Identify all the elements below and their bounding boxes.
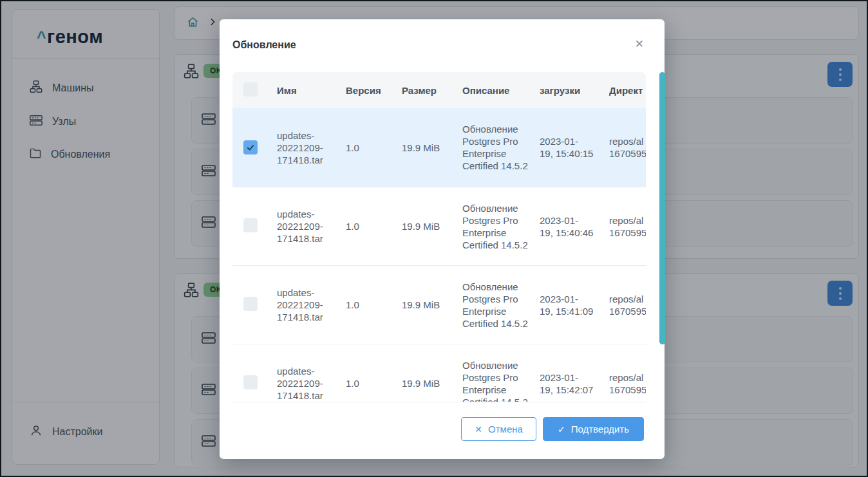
- row-checkbox[interactable]: [243, 140, 258, 154]
- cell-description: Обновление Postgres Pro Enterprise Certi…: [451, 123, 534, 172]
- cell-description: Обновление Postgres Pro Enterprise Certi…: [451, 202, 534, 251]
- cell-size: 19.9 MiB: [393, 299, 451, 311]
- updates-table: Имя Версия Размер Описание загрузки Дире…: [232, 72, 646, 402]
- cell-directory: repos/al 1670595: [602, 293, 646, 317]
- x-icon: ✕: [475, 425, 482, 434]
- cell-uploaded: 2023-01- 19, 15:42:07: [534, 371, 602, 396]
- table-row[interactable]: updates-20221209-171418.tar 1.0 19.9 MiB…: [232, 344, 646, 402]
- column-header-version: Версия: [338, 85, 393, 96]
- cancel-button[interactable]: ✕ Отмена: [461, 417, 536, 441]
- column-header-directory: Директ: [602, 85, 646, 96]
- row-checkbox[interactable]: [243, 375, 258, 389]
- cell-size: 19.9 MiB: [393, 142, 451, 154]
- table-body: updates-20221209-171418.tar 1.0 19.9 MiB…: [232, 108, 646, 402]
- select-all-checkbox[interactable]: [243, 82, 258, 97]
- table-row[interactable]: updates-20221209-171418.tar 1.0 19.9 MiB…: [232, 108, 646, 187]
- confirm-button[interactable]: ✓ Подтвердить: [543, 417, 644, 441]
- cell-name: updates-20221209-171418.tar: [270, 129, 338, 166]
- table-row[interactable]: updates-20221209-171418.tar 1.0 19.9 MiB…: [232, 265, 646, 344]
- modal-title: Обновление: [232, 39, 296, 51]
- cell-directory: repos/al 1670595: [602, 371, 646, 396]
- cell-version: 1.0: [338, 299, 393, 311]
- cell-description: Обновление Postgres Pro Enterprise Certi…: [451, 359, 534, 403]
- update-modal-dialog: Обновление ✕ Имя Версия Размер Описание …: [220, 19, 665, 459]
- cell-uploaded: 2023-01- 19, 15:41:09: [534, 293, 602, 317]
- column-header-description: Описание: [451, 85, 534, 96]
- modal-scrollbar[interactable]: [659, 72, 665, 344]
- check-icon: ✓: [558, 425, 565, 434]
- cell-size: 19.9 MiB: [393, 220, 451, 232]
- cell-description: Обновление Postgres Pro Enterprise Certi…: [451, 281, 534, 330]
- cell-directory: repos/al 1670595: [602, 135, 646, 160]
- close-icon[interactable]: ✕: [635, 39, 644, 50]
- cell-uploaded: 2023-01- 19, 15:40:15: [534, 135, 602, 160]
- cell-version: 1.0: [338, 377, 393, 389]
- cell-version: 1.0: [338, 142, 393, 154]
- cell-version: 1.0: [338, 220, 393, 232]
- cell-uploaded: 2023-01- 19, 15:40:46: [534, 214, 602, 239]
- table-header-row: Имя Версия Размер Описание загрузки Дире…: [232, 72, 646, 108]
- modal-footer: ✕ Отмена ✓ Подтвердить: [461, 417, 644, 441]
- cell-name: updates-20221209-171418.tar: [270, 365, 338, 402]
- cell-directory: repos/al 1670595: [602, 214, 646, 239]
- cell-name: updates-20221209-171418.tar: [270, 208, 338, 245]
- row-checkbox[interactable]: [243, 297, 258, 311]
- column-header-uploaded: загрузки: [534, 85, 602, 96]
- column-header-size: Размер: [393, 85, 451, 96]
- column-header-name: Имя: [270, 85, 338, 96]
- table-row[interactable]: updates-20221209-171418.tar 1.0 19.9 MiB…: [232, 187, 646, 265]
- cell-name: updates-20221209-171418.tar: [270, 286, 338, 323]
- cell-size: 19.9 MiB: [393, 377, 451, 389]
- row-checkbox[interactable]: [243, 218, 258, 232]
